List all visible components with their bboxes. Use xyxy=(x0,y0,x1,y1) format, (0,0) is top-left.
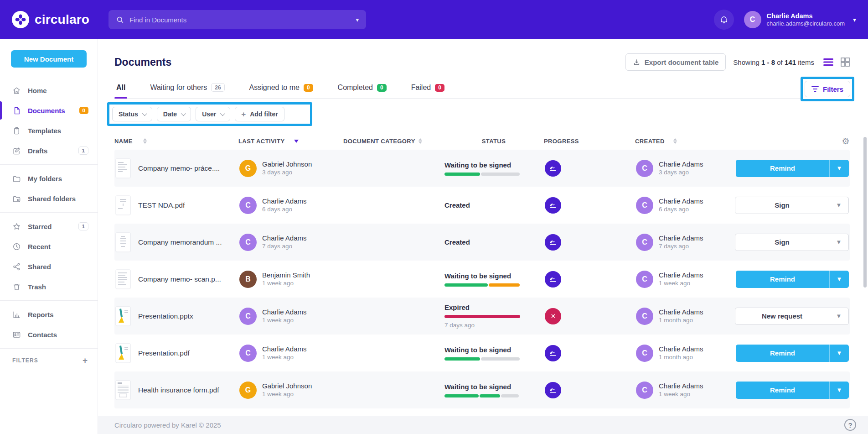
remind-button[interactable]: Remind ▼ xyxy=(736,271,849,288)
table-row[interactable]: Presentation.pdf C Charlie Adams1 week a… xyxy=(114,335,850,371)
sidebar-item-label: Contacts xyxy=(28,331,57,339)
help-button[interactable]: ? xyxy=(844,419,856,431)
signature-progress-icon[interactable] xyxy=(545,382,561,398)
sidebar-item-my-folders[interactable]: My folders xyxy=(0,168,98,188)
column-header-name[interactable]: NAME xyxy=(114,138,238,145)
document-name[interactable]: Company memo- scan.p... xyxy=(138,275,221,283)
add-filter-chip[interactable]: +Add filter xyxy=(235,107,284,121)
user-menu[interactable]: C Charlie Adams charlie.adams@circularo.… xyxy=(744,11,856,28)
document-name[interactable]: Presentation.pptx xyxy=(138,312,193,320)
sidebar-item-reports[interactable]: Reports xyxy=(0,304,98,324)
column-header-document-category[interactable]: DOCUMENT CATEGORY xyxy=(343,138,444,145)
sign-button[interactable]: Sign ▼ xyxy=(735,197,849,214)
tab-all[interactable]: All xyxy=(114,84,127,98)
table-row[interactable]: TEST NDA.pdf C Charlie Adams6 days ago C… xyxy=(114,187,850,224)
action-dropdown-caret[interactable]: ▼ xyxy=(829,382,849,399)
sidebar-item-documents[interactable]: Documents 0 xyxy=(0,100,98,120)
brand-logo[interactable]: circularo xyxy=(12,11,89,28)
footer-text: Circularo powered by Karel © 2025 xyxy=(114,421,221,429)
document-name[interactable]: Company memorandum ... xyxy=(138,238,222,246)
user-filter-chip[interactable]: User xyxy=(196,107,230,121)
new-request-button[interactable]: New request ▼ xyxy=(735,308,849,325)
column-header-last-activity[interactable]: LAST ACTIVITY xyxy=(238,138,343,145)
sidebar-item-contacts[interactable]: Contacts xyxy=(0,324,98,345)
activity-user: Charlie Adams xyxy=(262,345,307,354)
sort-desc-icon[interactable] xyxy=(294,140,299,143)
remind-button[interactable]: Remind ▼ xyxy=(736,160,849,177)
sidebar-item-shared[interactable]: Shared xyxy=(0,256,98,277)
list-view-toggle[interactable] xyxy=(823,58,833,66)
table-row[interactable]: Company memo- práce.... G Gabriel Johnso… xyxy=(114,150,850,187)
signature-progress-icon[interactable] xyxy=(545,234,561,251)
sidebar-item-templates[interactable]: Templates xyxy=(0,120,98,141)
table-row[interactable]: Presentation.pptx C Charlie Adams1 week … xyxy=(114,298,850,335)
document-icon xyxy=(12,106,21,115)
status-filter-chip[interactable]: Status xyxy=(112,107,152,121)
sidebar-item-trash[interactable]: Trash xyxy=(0,277,98,297)
sort-icon[interactable] xyxy=(418,138,422,144)
created-time: 1 week ago xyxy=(659,390,703,398)
document-name[interactable]: Company memo- práce.... xyxy=(138,164,220,173)
activity-avatar: C xyxy=(239,234,257,251)
activity-avatar: C xyxy=(239,345,257,362)
notifications-button[interactable] xyxy=(714,10,734,30)
tab-assigned-to-me[interactable]: Assigned to me0 xyxy=(248,84,315,98)
signature-progress-icon[interactable] xyxy=(545,345,561,361)
tab-completed[interactable]: Completed0 xyxy=(336,84,388,98)
column-header-created[interactable]: CREATED xyxy=(635,138,734,145)
remind-button[interactable]: Remind ▼ xyxy=(736,382,849,399)
sort-icon[interactable] xyxy=(673,138,677,144)
document-name[interactable]: Presentation.pdf xyxy=(138,349,190,357)
action-dropdown-caret[interactable]: ▼ xyxy=(829,308,848,324)
circularo-logo-icon xyxy=(12,11,29,28)
sidebar-item-drafts[interactable]: Drafts 1 xyxy=(0,141,98,161)
created-time: 1 month ago xyxy=(659,353,703,361)
action-dropdown-caret[interactable]: ▼ xyxy=(829,197,848,214)
document-name[interactable]: Health insurance form.pdf xyxy=(138,386,219,394)
user-name: Charlie Adams xyxy=(767,12,845,20)
action-dropdown-caret[interactable]: ▼ xyxy=(829,271,849,288)
status-cell: Waiting to be signed xyxy=(444,346,545,361)
tab-waiting-for-others[interactable]: Waiting for others26 xyxy=(148,83,226,98)
creator-avatar: C xyxy=(636,382,653,399)
creator-avatar: C xyxy=(636,308,653,325)
failed-progress-icon[interactable] xyxy=(545,308,561,324)
sign-button[interactable]: Sign ▼ xyxy=(735,234,849,251)
sidebar: New Document Home Documents 0 Templates … xyxy=(0,39,98,434)
search-scope-caret-icon[interactable]: ▾ xyxy=(356,16,359,23)
new-document-button[interactable]: New Document xyxy=(11,50,87,68)
signature-progress-icon[interactable] xyxy=(545,160,561,177)
signature-progress-icon[interactable] xyxy=(545,197,561,214)
search-input[interactable] xyxy=(129,16,350,24)
sidebar-item-starred[interactable]: Starred 1 xyxy=(0,216,98,236)
action-dropdown-caret[interactable]: ▼ xyxy=(829,345,849,362)
date-filter-chip[interactable]: Date xyxy=(157,107,191,121)
grid-view-toggle[interactable] xyxy=(841,58,850,67)
sidebar-item-home[interactable]: Home xyxy=(0,80,98,100)
creator-avatar: C xyxy=(636,160,653,177)
table-row[interactable]: Company memorandum ... C Charlie Adams7 … xyxy=(114,224,850,261)
sidebar-item-recent[interactable]: Recent xyxy=(0,236,98,256)
add-filter-group-button[interactable]: + xyxy=(83,356,88,365)
action-dropdown-caret[interactable]: ▼ xyxy=(829,160,849,177)
filter-lines-icon xyxy=(811,86,819,92)
global-search[interactable]: ▾ xyxy=(108,10,366,29)
filters-button[interactable]: Filters xyxy=(805,81,850,97)
remind-button[interactable]: Remind ▼ xyxy=(736,345,849,362)
table-row[interactable]: Health insurance form.pdf G Gabriel John… xyxy=(114,371,850,408)
action-dropdown-caret[interactable]: ▼ xyxy=(829,234,848,251)
table-settings-gear-icon[interactable]: ⚙ xyxy=(842,136,850,146)
tab-failed[interactable]: Failed0 xyxy=(409,84,446,98)
table-row[interactable]: Company memo- scan.p... B Benjamin Smith… xyxy=(114,261,850,298)
vertical-scrollbar[interactable] xyxy=(863,137,867,288)
sidebar-item-shared-folders[interactable]: Shared folders xyxy=(0,188,98,209)
status-progress-bar xyxy=(444,283,520,287)
created-time: 1 week ago xyxy=(659,279,703,288)
sort-icon[interactable] xyxy=(143,138,147,144)
export-document-table-button[interactable]: Export document table xyxy=(625,53,726,71)
document-name[interactable]: TEST NDA.pdf xyxy=(138,201,185,209)
status-label: Expired xyxy=(444,303,470,311)
signature-progress-icon[interactable] xyxy=(545,271,561,288)
filters-group-label: FILTERS xyxy=(12,357,38,364)
bar-chart-icon xyxy=(12,310,21,319)
